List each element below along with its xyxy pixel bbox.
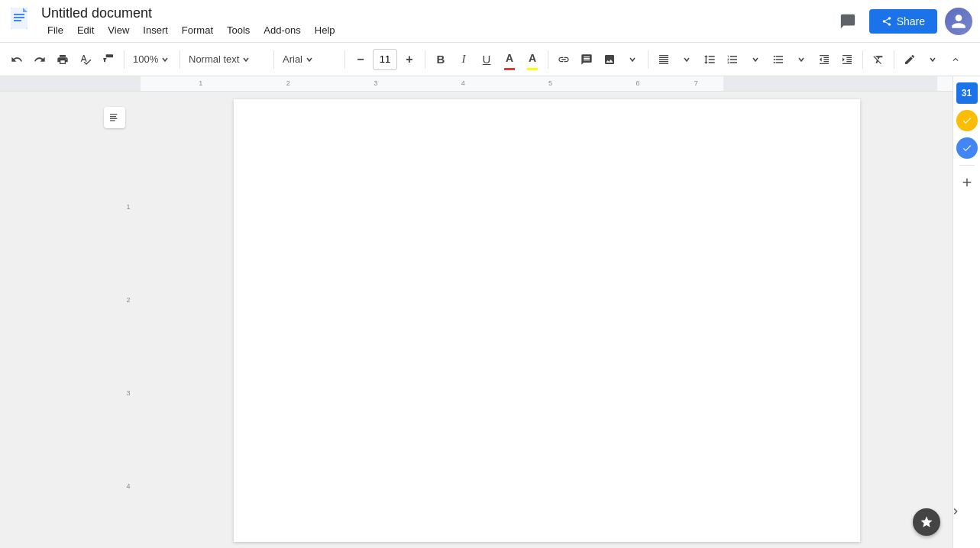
document-column: 1 2 3 4 5 6 7 1 2 [0, 76, 953, 548]
calendar-label: 31 [962, 88, 972, 98]
menu-help[interactable]: Help [309, 23, 341, 37]
toolbar: 100% Normal text Arial − + B I U A [0, 43, 980, 76]
indent-less-button[interactable] [813, 49, 835, 70]
vruler-3: 3 [126, 389, 130, 397]
image-dropdown-button[interactable] [622, 49, 643, 70]
menu-format[interactable]: Format [176, 23, 219, 37]
divider-2 [180, 50, 180, 69]
link-button[interactable] [553, 49, 574, 70]
indent-more-button[interactable] [836, 49, 858, 70]
share-button[interactable]: Share [869, 9, 937, 34]
format-paint-button[interactable] [98, 49, 119, 70]
title-area: Untitled document File Edit View Insert … [41, 5, 341, 37]
unordered-list-dropdown-button[interactable] [791, 49, 812, 70]
divider-8 [862, 50, 863, 69]
left-panel: 1 2 3 4 [0, 92, 141, 548]
ordered-list-dropdown-button[interactable] [745, 49, 766, 70]
doc-title[interactable]: Untitled document [41, 5, 341, 21]
image-button[interactable] [599, 49, 620, 70]
vruler-2: 2 [126, 296, 130, 304]
avatar[interactable] [945, 8, 972, 35]
highlight-indicator [527, 68, 538, 70]
italic-button[interactable]: I [453, 49, 474, 70]
undo-button[interactable] [6, 49, 27, 70]
svg-rect-4 [14, 20, 21, 21]
text-color-button[interactable]: A [499, 49, 520, 70]
menu-bar: File Edit View Insert Format Tools Add-o… [41, 23, 341, 37]
vruler-1: 1 [126, 203, 130, 211]
font-size-decrease-button[interactable]: − [350, 49, 371, 70]
align-button[interactable] [653, 49, 674, 70]
text-color-icon: A [506, 52, 513, 64]
ai-assist-button[interactable] [913, 508, 940, 536]
google-calendar-button[interactable]: 31 [956, 82, 978, 104]
share-label: Share [897, 15, 925, 27]
inline-comment-button[interactable] [576, 49, 597, 70]
menu-tools[interactable]: Tools [221, 23, 256, 37]
ruler-right-margin [723, 76, 937, 91]
divider-4 [344, 50, 345, 69]
menu-insert[interactable]: Insert [137, 23, 174, 37]
menu-edit[interactable]: Edit [71, 23, 100, 37]
ruler-mark-5: 5 [548, 79, 552, 87]
svg-rect-6 [110, 116, 116, 117]
right-sidebar: 31 [953, 76, 980, 548]
print-button[interactable] [52, 49, 73, 70]
align-dropdown-button[interactable] [676, 49, 697, 70]
ruler-mark-3: 3 [374, 79, 377, 87]
table-of-contents-button[interactable] [104, 107, 125, 128]
ruler-mark-6: 6 [636, 79, 640, 87]
comment-button[interactable] [834, 8, 862, 35]
expand-sidebar-button[interactable] [946, 502, 965, 521]
edit-mode-button[interactable] [899, 49, 920, 70]
ruler-mark-1: 1 [199, 79, 202, 87]
font-family-selector[interactable]: Arial [279, 47, 340, 72]
sidebar-divider [959, 165, 975, 166]
text-style-selector[interactable]: Normal text [185, 47, 269, 72]
ordered-list-button[interactable] [722, 49, 743, 70]
ruler-left-margin [0, 76, 141, 91]
ruler: 1 2 3 4 5 6 7 [0, 76, 953, 92]
add-sidebar-button[interactable] [956, 172, 978, 193]
highlight-icon: A [529, 52, 536, 64]
vruler-4: 4 [126, 482, 130, 490]
underline-button[interactable]: U [476, 49, 497, 70]
doc-icon [8, 6, 35, 37]
spellcheck-button[interactable] [75, 49, 96, 70]
svg-rect-5 [110, 114, 117, 114]
menu-view[interactable]: View [102, 23, 135, 37]
document-area[interactable] [141, 92, 953, 548]
divider-7 [648, 50, 648, 69]
header-right: Share [834, 8, 972, 35]
ruler-mark-2: 2 [286, 79, 290, 87]
redo-button[interactable] [29, 49, 50, 70]
divider-1 [124, 50, 125, 69]
text-style-value: Normal text [189, 53, 239, 65]
unordered-list-button[interactable] [768, 49, 789, 70]
svg-rect-3 [14, 17, 24, 18]
menu-addons[interactable]: Add-ons [257, 23, 306, 37]
zoom-selector[interactable]: 100% [129, 47, 175, 72]
document-page[interactable] [234, 99, 860, 542]
edit-mode-dropdown-button[interactable] [922, 49, 943, 70]
google-tasks-button[interactable] [956, 110, 978, 131]
divider-5 [425, 50, 425, 69]
ruler-track [937, 76, 953, 91]
divider-3 [273, 50, 274, 69]
svg-rect-7 [110, 118, 117, 119]
highlight-button[interactable]: A [522, 49, 543, 70]
svg-rect-8 [110, 120, 115, 121]
zoom-value: 100% [133, 53, 158, 65]
bold-button[interactable]: B [430, 49, 451, 70]
keep-button[interactable] [956, 137, 978, 159]
font-size-increase-button[interactable]: + [399, 49, 420, 70]
font-size-input[interactable] [373, 49, 397, 70]
header: Untitled document File Edit View Insert … [0, 0, 980, 43]
toolbar-collapse-button[interactable] [945, 49, 966, 70]
divider-6 [548, 50, 548, 69]
menu-file[interactable]: File [41, 23, 70, 37]
clear-format-button[interactable] [868, 49, 889, 70]
app-layout: Untitled document File Edit View Insert … [0, 0, 980, 548]
line-spacing-button[interactable] [699, 49, 720, 70]
text-color-indicator [504, 68, 515, 70]
